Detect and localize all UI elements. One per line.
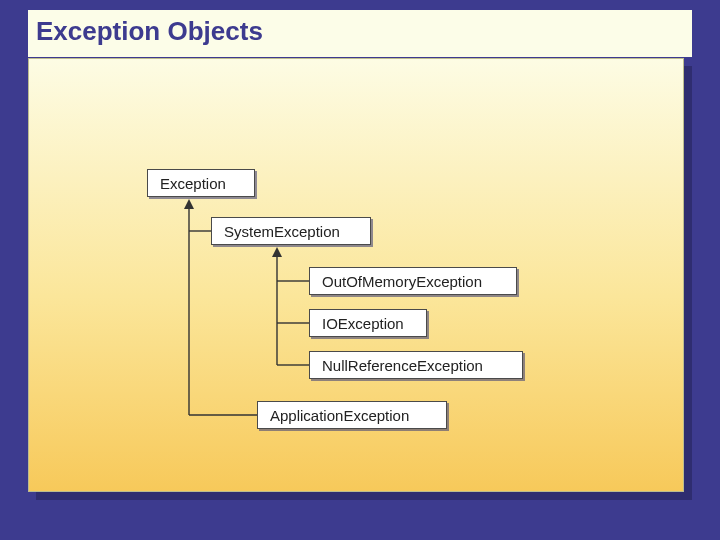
node-out-of-memory-exception: OutOfMemoryException [309, 267, 517, 295]
node-null-reference-exception: NullReferenceException [309, 351, 523, 379]
slide: Exception Objects [28, 10, 692, 500]
svg-marker-0 [184, 199, 194, 209]
node-application-exception: ApplicationException [257, 401, 447, 429]
content-panel: Exception SystemException OutOfMemoryExc… [28, 58, 684, 492]
slide-title: Exception Objects [28, 10, 692, 57]
node-exception: Exception [147, 169, 255, 197]
svg-marker-4 [272, 247, 282, 257]
node-io-exception: IOException [309, 309, 427, 337]
node-system-exception: SystemException [211, 217, 371, 245]
hierarchy-diagram: Exception SystemException OutOfMemoryExc… [29, 59, 683, 491]
